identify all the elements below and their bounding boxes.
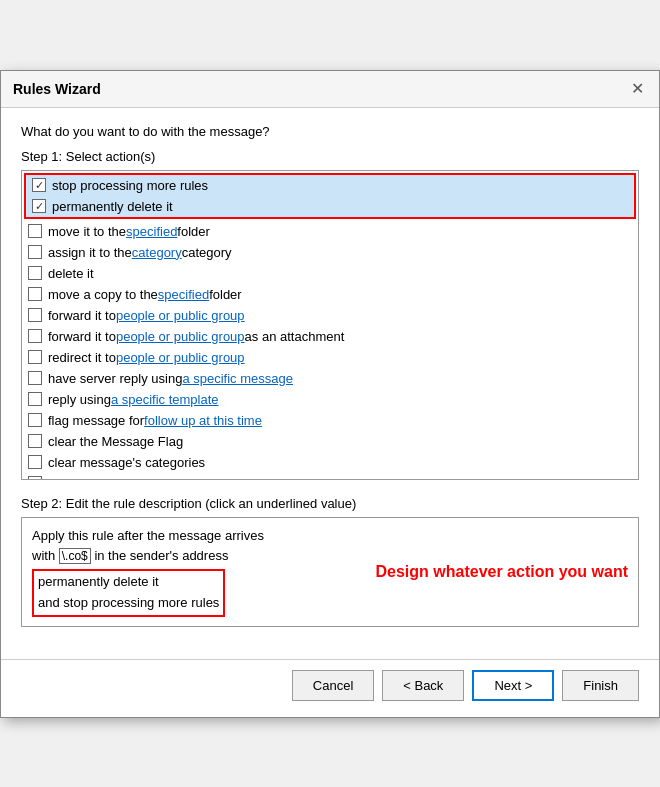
action-item-redirect[interactable]: redirect it to people or public group xyxy=(22,347,638,368)
action-item-clear-flag[interactable]: clear the Message Flag xyxy=(22,431,638,452)
link-move-to-folder[interactable]: specified xyxy=(126,224,177,239)
checkbox-stop-processing[interactable]: ✓ xyxy=(32,178,46,192)
action-item-forward-people[interactable]: forward it to people or public group xyxy=(22,305,638,326)
link-flag-followup[interactable]: follow up at this time xyxy=(144,413,262,428)
action-item-copy-to-folder[interactable]: move a copy to the specified folder xyxy=(22,284,638,305)
rule-desc-delete-line: permanently delete it xyxy=(38,572,219,593)
divider xyxy=(1,659,659,660)
action-item-move-to-folder[interactable]: move it to the specified folder xyxy=(22,221,638,242)
cancel-button[interactable]: Cancel xyxy=(292,670,374,701)
checkbox-assign-category[interactable] xyxy=(28,245,42,259)
link-reply-template[interactable]: a specific template xyxy=(111,392,219,407)
dialog-title: Rules Wizard xyxy=(13,81,101,97)
action-item-forward-attachment[interactable]: forward it to people or public group as … xyxy=(22,326,638,347)
action-item-delete-it[interactable]: delete it xyxy=(22,263,638,284)
link-mark-importance[interactable]: importance xyxy=(104,476,168,480)
action-item-server-reply[interactable]: have server reply using a specific messa… xyxy=(22,368,638,389)
checkbox-move-to-folder[interactable] xyxy=(28,224,42,238)
action-item-clear-categories[interactable]: clear message's categories xyxy=(22,452,638,473)
rule-desc-highlighted-box: permanently delete it and stop processin… xyxy=(32,569,225,617)
rule-desc-stop-line: and stop processing more rules xyxy=(38,593,219,614)
link-forward-people[interactable]: people or public group xyxy=(116,308,245,323)
checked-actions-red-box: ✓stop processing more rules✓permanently … xyxy=(24,173,636,219)
step2-label: Step 2: Edit the rule description (click… xyxy=(21,496,639,511)
rules-wizard-dialog: Rules Wizard ✕ What do you want to do wi… xyxy=(0,70,660,718)
action-item-reply-template[interactable]: reply using a specific template xyxy=(22,389,638,410)
step2-section: Step 2: Edit the rule description (click… xyxy=(21,496,639,627)
checkbox-mark-importance[interactable] xyxy=(28,476,42,480)
next-button[interactable]: Next > xyxy=(472,670,554,701)
finish-button[interactable]: Finish xyxy=(562,670,639,701)
checkbox-forward-attachment[interactable] xyxy=(28,329,42,343)
checkbox-copy-to-folder[interactable] xyxy=(28,287,42,301)
actions-list: ✓stop processing more rules✓permanently … xyxy=(22,173,638,480)
checkbox-permanently-delete[interactable]: ✓ xyxy=(32,199,46,213)
annotation-text: Design whatever action you want xyxy=(376,563,629,581)
action-item-mark-importance[interactable]: mark it as importance xyxy=(22,473,638,480)
checkbox-flag-followup[interactable] xyxy=(28,413,42,427)
button-row: Cancel < Back Next > Finish xyxy=(1,670,659,717)
link-assign-category[interactable]: category xyxy=(132,245,182,260)
link-copy-to-folder[interactable]: specified xyxy=(158,287,209,302)
domain-value[interactable]: \.co$ xyxy=(59,548,91,564)
link-server-reply[interactable]: a specific message xyxy=(182,371,293,386)
rule-desc-line1: Apply this rule after the message arrive… xyxy=(32,526,628,547)
actions-list-container: ✓stop processing more rules✓permanently … xyxy=(21,170,639,480)
action-item-flag-followup[interactable]: flag message for follow up at this time xyxy=(22,410,638,431)
question-text: What do you want to do with the message? xyxy=(21,124,639,139)
action-item-permanently-delete[interactable]: ✓permanently delete it xyxy=(26,196,634,217)
close-button[interactable]: ✕ xyxy=(627,79,647,99)
checkbox-reply-template[interactable] xyxy=(28,392,42,406)
checkbox-server-reply[interactable] xyxy=(28,371,42,385)
link-forward-attachment[interactable]: people or public group xyxy=(116,329,245,344)
checkbox-clear-flag[interactable] xyxy=(28,434,42,448)
dialog-body: What do you want to do with the message?… xyxy=(1,108,659,643)
action-item-stop-processing[interactable]: ✓stop processing more rules xyxy=(26,175,634,196)
action-item-assign-category[interactable]: assign it to the category category xyxy=(22,242,638,263)
title-bar: Rules Wizard ✕ xyxy=(1,71,659,108)
back-button[interactable]: < Back xyxy=(382,670,464,701)
checkbox-clear-categories[interactable] xyxy=(28,455,42,469)
checkbox-redirect[interactable] xyxy=(28,350,42,364)
rule-description-box: Apply this rule after the message arrive… xyxy=(21,517,639,627)
checkbox-delete-it[interactable] xyxy=(28,266,42,280)
checkbox-forward-people[interactable] xyxy=(28,308,42,322)
link-redirect[interactable]: people or public group xyxy=(116,350,245,365)
step1-label: Step 1: Select action(s) xyxy=(21,149,639,164)
